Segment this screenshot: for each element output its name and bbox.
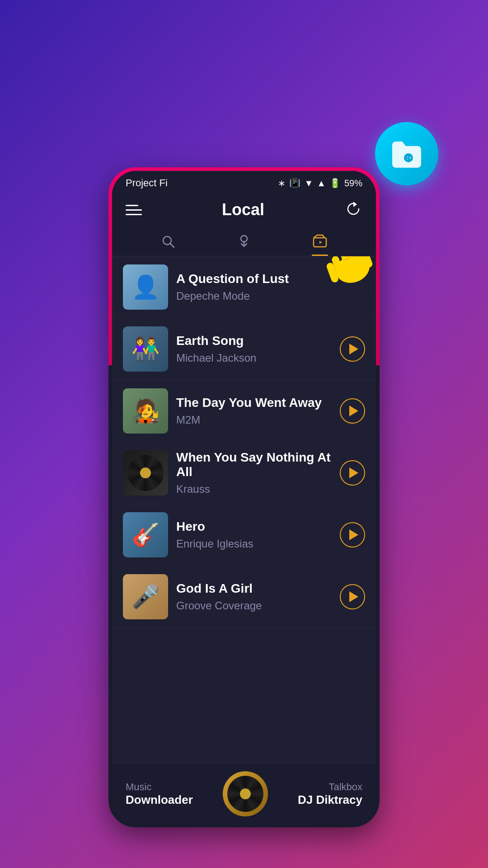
song-info-5: Hero Enrique Iglesias bbox=[176, 519, 332, 550]
thumb-image-6: 🎤 bbox=[123, 574, 168, 619]
play-button-6[interactable] bbox=[340, 584, 365, 609]
tab-bar bbox=[112, 227, 376, 256]
svg-marker-3 bbox=[353, 202, 357, 207]
song-info-3: The Day You Went Away M2M bbox=[176, 396, 332, 426]
tab-local[interactable] bbox=[312, 233, 328, 256]
song-artist-5: Enrique Iglesias bbox=[176, 538, 332, 550]
svg-rect-11 bbox=[350, 256, 366, 272]
song-item-5: 🎸 Hero Enrique Iglesias bbox=[112, 504, 376, 566]
song-thumb-5: 🎸 bbox=[123, 512, 168, 557]
menu-button[interactable] bbox=[126, 205, 142, 215]
vinyl-record bbox=[127, 455, 164, 491]
now-playing-thumb[interactable] bbox=[223, 771, 268, 816]
play-button-5[interactable] bbox=[340, 522, 365, 547]
song-item-2: 👫 Earth Song Michael Jackson bbox=[112, 318, 376, 380]
song-thumb-3: 🧑‍🎤 bbox=[123, 388, 168, 434]
song-artist-2: Michael Jackson bbox=[176, 352, 332, 364]
thumb-image-4 bbox=[123, 450, 168, 495]
song-item-1: 👤 A Question of Lust Depeche Mode bbox=[112, 256, 376, 318]
song-artist-3: M2M bbox=[176, 414, 332, 426]
hamburger-line-2 bbox=[126, 209, 142, 211]
now-playing-vinyl bbox=[227, 776, 263, 812]
status-icons: ∗ 📳 ▼ ▲ 🔋 59% bbox=[278, 178, 362, 189]
play-button-3[interactable] bbox=[340, 398, 365, 424]
song-title-6: God Is A Girl bbox=[176, 581, 332, 596]
tab-download[interactable] bbox=[236, 233, 252, 256]
song-info-4: When You Say Nothing At All Krauss bbox=[176, 450, 332, 495]
bottom-right-label: Talkbox bbox=[298, 781, 362, 793]
vibrate-icon: 📳 bbox=[289, 178, 300, 189]
folder-music-badge[interactable] bbox=[375, 122, 438, 185]
hamburger-line-3 bbox=[126, 214, 142, 215]
song-item-6: 🎤 God Is A Girl Groove Coverage bbox=[112, 566, 376, 628]
bottom-left-title: Downloader bbox=[126, 793, 193, 807]
status-bar: Project Fi ∗ 📳 ▼ ▲ 🔋 59% bbox=[112, 171, 376, 193]
thumb-image-3: 🧑‍🎤 bbox=[123, 388, 168, 434]
phone-mockup: Project Fi ∗ 📳 ▼ ▲ 🔋 59% Local bbox=[108, 167, 380, 827]
song-artist-6: Groove Coverage bbox=[176, 599, 332, 612]
battery-text: 59% bbox=[344, 178, 362, 189]
app-header: Local bbox=[112, 193, 376, 227]
phone-screen: Project Fi ∗ 📳 ▼ ▲ 🔋 59% Local bbox=[112, 171, 376, 824]
svg-line-5 bbox=[170, 244, 174, 247]
battery-icon: 🔋 bbox=[329, 178, 341, 189]
song-info-2: Earth Song Michael Jackson bbox=[176, 334, 332, 364]
bottom-left-label: Music bbox=[126, 781, 193, 793]
thumb-image-5: 🎸 bbox=[123, 512, 168, 557]
svg-rect-12 bbox=[359, 256, 373, 269]
song-title-4: When You Say Nothing At All bbox=[176, 450, 332, 479]
hamburger-line-1 bbox=[126, 205, 138, 206]
app-title: Local bbox=[222, 200, 264, 219]
song-info-6: God Is A Girl Groove Coverage bbox=[176, 581, 332, 612]
carrier-text: Project Fi bbox=[126, 177, 168, 189]
bottom-left: Music Downloader bbox=[126, 781, 193, 807]
svg-point-2 bbox=[407, 156, 410, 159]
song-item-3: 🧑‍🎤 The Day You Went Away M2M bbox=[112, 380, 376, 442]
song-title-1: A Question of Lust bbox=[176, 272, 365, 286]
song-list: 👤 A Question of Lust Depeche Mode bbox=[112, 256, 376, 764]
bottom-bar: Music Downloader Talkbox DJ Diktracy bbox=[112, 764, 376, 824]
bluetooth-icon: ∗ bbox=[278, 178, 286, 189]
song-thumb-1: 👤 bbox=[123, 264, 168, 310]
song-thumb-4 bbox=[123, 450, 168, 495]
song-artist-1: Depeche Mode bbox=[176, 290, 365, 302]
play-button-4[interactable] bbox=[340, 460, 365, 486]
play-button-2[interactable] bbox=[340, 336, 365, 362]
song-title-3: The Day You Went Away bbox=[176, 396, 332, 410]
thumb-image-1: 👤 bbox=[123, 264, 168, 310]
phone-outer: Project Fi ∗ 📳 ▼ ▲ 🔋 59% Local bbox=[108, 167, 380, 827]
svg-line-17 bbox=[344, 258, 351, 260]
song-thumb-6: 🎤 bbox=[123, 574, 168, 619]
svg-rect-10 bbox=[335, 256, 357, 273]
wifi-icon: ▼ bbox=[304, 178, 313, 189]
bottom-right: Talkbox DJ Diktracy bbox=[298, 781, 362, 807]
tab-search[interactable] bbox=[160, 233, 176, 256]
song-title-5: Hero bbox=[176, 519, 332, 534]
song-title-2: Earth Song bbox=[176, 334, 332, 348]
bottom-right-title: DJ Diktracy bbox=[298, 793, 362, 807]
signal-icon: ▲ bbox=[317, 178, 326, 189]
song-item-4: When You Say Nothing At All Krauss bbox=[112, 442, 376, 504]
folder-music-icon bbox=[389, 136, 425, 172]
song-artist-4: Krauss bbox=[176, 483, 332, 495]
song-info-1: A Question of Lust Depeche Mode bbox=[176, 272, 365, 302]
song-thumb-2: 👫 bbox=[123, 326, 168, 372]
refresh-button[interactable] bbox=[344, 200, 362, 220]
thumb-image-2: 👫 bbox=[123, 326, 168, 372]
